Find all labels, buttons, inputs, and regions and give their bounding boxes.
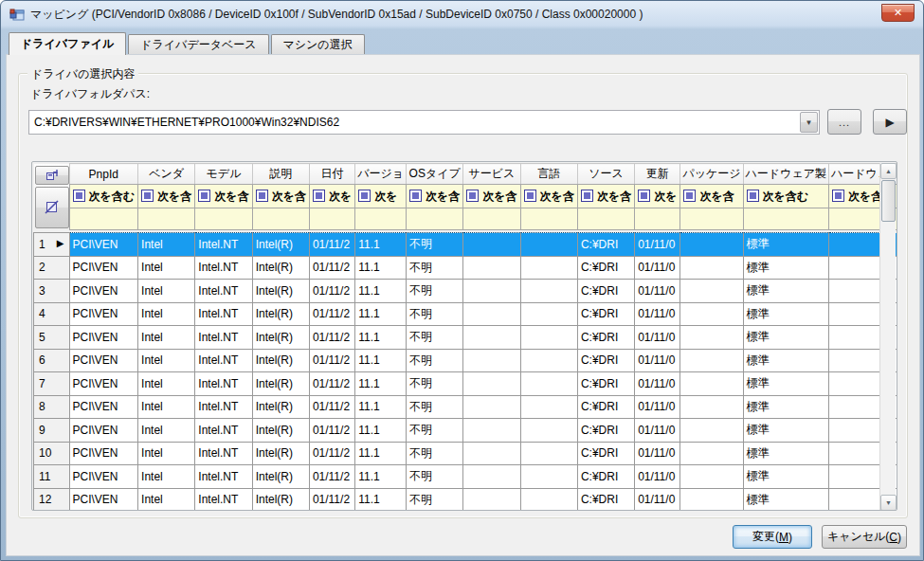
grid-cell[interactable]: 標準 <box>743 349 828 372</box>
table-row[interactable]: 8PCI\VENIntelIntel.NTIntel(R)01/11/211.1… <box>34 395 898 419</box>
grid-cell[interactable]: PCI\VEN <box>69 302 138 326</box>
grid-cell[interactable]: Intel(R) <box>252 442 309 465</box>
grid-cell[interactable]: Intel <box>138 280 195 303</box>
grid-cell[interactable]: Intel.NT <box>195 280 252 303</box>
grid-cell[interactable]: 不明 <box>407 419 463 443</box>
grid-cell[interactable]: Intel.NT <box>195 256 252 280</box>
grid-cell[interactable]: Intel(R) <box>252 233 309 257</box>
grid-cell[interactable]: 01/11/2 <box>309 465 354 489</box>
row-header-7[interactable]: 7 <box>34 372 70 396</box>
grid-cell[interactable] <box>680 488 743 511</box>
grid-cell[interactable] <box>680 256 743 280</box>
grid-cell[interactable]: C:¥DRI <box>577 349 634 372</box>
vertical-scrollbar[interactable]: ▲ ▼ <box>879 163 896 511</box>
grid-cell[interactable]: 標準 <box>743 326 828 350</box>
filter-operator-icon[interactable] <box>466 190 479 202</box>
filter-input-cell-5[interactable] <box>309 208 354 230</box>
grid-cell[interactable]: C:¥DRI <box>577 395 634 419</box>
grid-cell[interactable] <box>463 302 520 326</box>
grid-cell[interactable]: 01/11/0 <box>635 465 680 489</box>
grid-cell[interactable]: 01/11/2 <box>309 233 354 257</box>
filter-input-cell-3[interactable] <box>195 208 252 230</box>
table-row[interactable]: 9PCI\VENIntelIntel.NTIntel(R)01/11/211.1… <box>34 419 898 443</box>
grid-cell[interactable] <box>680 280 743 303</box>
grid-cell[interactable]: PCI\VEN <box>69 372 138 396</box>
table-row[interactable]: 7PCI\VENIntelIntel.NTIntel(R)01/11/211.1… <box>34 372 898 396</box>
grid-cell[interactable]: PCI\VEN <box>69 442 138 465</box>
grid-cell[interactable] <box>520 419 577 443</box>
filter-operator-cell-5[interactable]: 次を <box>309 185 354 208</box>
scroll-up-button[interactable]: ▲ <box>880 163 897 179</box>
grid-cell[interactable]: 不明 <box>407 442 463 465</box>
grid-cell[interactable]: 標準 <box>743 465 828 489</box>
filter-operator-cell-11[interactable]: 次を <box>635 185 680 208</box>
grid-cell[interactable]: Intel.NT <box>195 302 252 326</box>
grid-cell[interactable]: 標準 <box>743 233 828 257</box>
filter-operator-cell-2[interactable]: 次を含 <box>138 185 195 208</box>
column-header-7[interactable]: OSタイプ <box>407 164 463 185</box>
close-button[interactable]: ✕ <box>881 4 915 22</box>
grid-cell[interactable]: 標準 <box>743 302 828 326</box>
filter-operator-cell-10[interactable]: 次を含 <box>577 185 634 208</box>
grid-cell[interactable]: 不明 <box>407 233 463 257</box>
row-header-2[interactable]: 2 <box>34 256 70 280</box>
grid-cell[interactable]: PCI\VEN <box>69 349 138 372</box>
grid-cell[interactable] <box>520 372 577 396</box>
filter-operator-cell-12[interactable]: 次を含 <box>680 185 743 208</box>
grid-cell[interactable]: 11.1 <box>355 233 407 257</box>
grid-cell[interactable]: 11.1 <box>355 256 407 280</box>
filter-operator-icon[interactable] <box>638 190 650 202</box>
grid-cell[interactable]: C:¥DRI <box>577 326 634 350</box>
filter-operator-icon[interactable] <box>358 190 371 202</box>
filter-operator-icon[interactable] <box>73 190 85 202</box>
grid-cell[interactable]: 01/11/0 <box>635 488 680 511</box>
column-header-13[interactable]: ハードウェア製 <box>743 164 828 185</box>
grid-cell[interactable]: Intel <box>138 419 195 443</box>
grid-cell[interactable]: 01/11/0 <box>635 442 680 465</box>
grid-cell[interactable] <box>520 302 577 326</box>
chevron-down-icon[interactable]: ▼ <box>800 112 818 133</box>
grid-cell[interactable]: 不明 <box>407 349 463 372</box>
grid-cell[interactable] <box>463 395 520 419</box>
grid-cell[interactable]: Intel.NT <box>195 442 252 465</box>
grid-cell[interactable] <box>680 465 743 489</box>
grid-cell[interactable]: 不明 <box>407 302 463 326</box>
row-header-8[interactable]: 8 <box>34 395 70 419</box>
grid-cell[interactable]: Intel.NT <box>195 372 252 396</box>
tab-1[interactable]: ドライバファイル <box>9 32 126 55</box>
grid-cell[interactable]: 01/11/2 <box>309 280 354 303</box>
grid-cell[interactable]: PCI\VEN <box>69 233 138 257</box>
grid-cell[interactable]: Intel <box>138 256 195 280</box>
apply-path-button[interactable]: ▶ <box>873 109 907 135</box>
grid-cell[interactable] <box>520 465 577 489</box>
grid-cell[interactable]: 不明 <box>407 256 463 280</box>
filter-operator-icon[interactable] <box>581 190 593 202</box>
filter-operator-cell-4[interactable]: 次を含 <box>252 185 309 208</box>
filter-input-cell-1[interactable] <box>69 208 138 230</box>
filter-operator-cell-13[interactable]: 次を含む <box>743 185 828 208</box>
grid-cell[interactable] <box>520 233 577 257</box>
grid-cell[interactable]: 11.1 <box>355 372 407 396</box>
grid-cell[interactable]: 標準 <box>743 280 828 303</box>
grid-cell[interactable]: Intel <box>138 302 195 326</box>
column-header-11[interactable]: 更新 <box>635 164 680 185</box>
column-header-2[interactable]: ベンダ <box>138 164 195 185</box>
grid-cell[interactable]: 標準 <box>743 256 828 280</box>
column-header-8[interactable]: サービス <box>463 164 520 185</box>
filter-input-cell-10[interactable] <box>577 208 634 230</box>
grid-cell[interactable] <box>520 395 577 419</box>
grid-cell[interactable]: Intel(R) <box>252 326 309 350</box>
grid-cell[interactable]: 11.1 <box>355 302 407 326</box>
column-header-5[interactable]: 日付 <box>309 164 354 185</box>
grid-cell[interactable]: PCI\VEN <box>69 256 138 280</box>
grid-cell[interactable]: Intel(R) <box>252 302 309 326</box>
grid-cell[interactable]: 01/11/0 <box>635 302 680 326</box>
grid-cell[interactable]: 11.1 <box>355 280 407 303</box>
column-header-3[interactable]: モデル <box>195 164 252 185</box>
grid-cell[interactable]: 01/11/2 <box>309 302 354 326</box>
grid-cell[interactable]: Intel <box>138 488 195 511</box>
grid-cell[interactable]: 11.1 <box>355 326 407 350</box>
table-row[interactable]: 1▶PCI\VENIntelIntel.NTIntel(R)01/11/211.… <box>34 233 898 257</box>
grid-cell[interactable]: 11.1 <box>355 465 407 489</box>
grid-cell[interactable]: PCI\VEN <box>69 395 138 419</box>
